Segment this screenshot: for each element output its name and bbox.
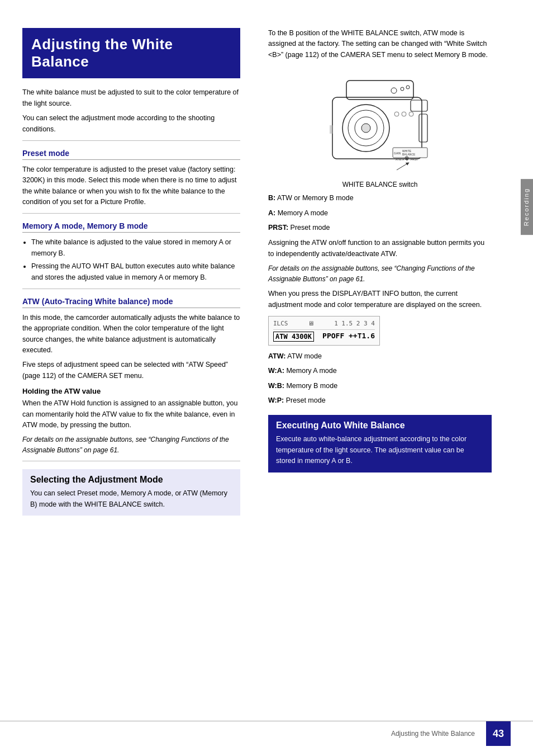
executing-heading: Executing Auto White Balance bbox=[276, 420, 484, 431]
page: Adjusting the White Balance The white ba… bbox=[0, 0, 533, 756]
svg-point-9 bbox=[406, 86, 410, 89]
display-row1-left: ILCS bbox=[273, 320, 288, 327]
right-intro: To the B position of the WHITE BALANCE s… bbox=[268, 28, 492, 60]
camera-label: WHITE BALANCE switch bbox=[342, 181, 418, 188]
switch-label-b: B: ATW or Memory B mode bbox=[268, 193, 492, 204]
svg-point-8 bbox=[401, 87, 404, 91]
svg-point-4 bbox=[361, 124, 370, 133]
switch-label-a: A: Memory A mode bbox=[268, 208, 492, 219]
svg-point-7 bbox=[391, 88, 397, 93]
svg-point-23 bbox=[409, 112, 413, 116]
atw-display-left: ATW 4300K bbox=[273, 332, 314, 342]
svg-point-21 bbox=[394, 112, 399, 116]
left-column: Adjusting the White Balance The white ba… bbox=[0, 17, 257, 739]
svg-point-22 bbox=[402, 112, 406, 116]
selecting-heading: Selecting the Adjustment Mode bbox=[30, 475, 232, 485]
preset-mode-heading: Preset mode bbox=[22, 149, 240, 160]
footer-title: Adjusting the White Balance bbox=[391, 730, 475, 738]
svg-point-20 bbox=[406, 158, 408, 159]
camera-svg: GAIN WHITE BALANCE ATW A B PRST bbox=[316, 69, 444, 178]
executing-box: Executing Auto White Balance Execute aut… bbox=[268, 415, 492, 472]
atw-assign-italic: For details on the assignable buttons, s… bbox=[268, 263, 492, 284]
display-box: ILCS 🖥 1 1.5 2 3 4 ATW 4300K PPOFF ++T1.… bbox=[268, 316, 380, 346]
display-row2: ATW 4300K PPOFF ++T1.6 bbox=[273, 329, 375, 342]
executing-body: Execute auto white-balance adjustment ac… bbox=[276, 434, 484, 466]
preset-mode-body: The color temperature is adjusted to the… bbox=[22, 164, 240, 208]
mode-wp: W:P: Preset mode bbox=[268, 395, 492, 406]
title-box: Adjusting the White Balance bbox=[22, 28, 240, 78]
atw-sub-body: When the ATW Hold function is assigned t… bbox=[22, 398, 240, 431]
atw-assign-p: Assigning the ATW on/off function to an … bbox=[268, 238, 492, 259]
page-number: 43 bbox=[486, 721, 511, 746]
memory-mode-bullet1: The white balance is adjusted to the val… bbox=[31, 237, 240, 259]
divider-4 bbox=[22, 461, 240, 461]
atw-subheading: Holding the ATW value bbox=[22, 387, 240, 395]
svg-text:ATW: ATW bbox=[396, 158, 402, 161]
svg-rect-10 bbox=[419, 114, 427, 142]
atw-mode-body1: In this mode, the camcorder automaticall… bbox=[22, 313, 240, 356]
right-column: To the B position of the WHITE BALANCE s… bbox=[257, 17, 514, 739]
divider-2 bbox=[22, 213, 240, 214]
divider-1 bbox=[22, 140, 240, 141]
memory-mode-bullet2: Pressing the AUTO WHT BAL button execute… bbox=[31, 261, 240, 283]
recording-tab: Recording bbox=[521, 179, 533, 235]
memory-mode-heading: Memory A mode, Memory B mode bbox=[22, 221, 240, 233]
display-row1: ILCS 🖥 1 1.5 2 3 4 bbox=[273, 320, 375, 327]
svg-text:GAIN: GAIN bbox=[394, 152, 401, 155]
mode-wa: W:A: Memory A mode bbox=[268, 366, 492, 376]
svg-text:PRST: PRST bbox=[411, 158, 418, 161]
atw-display-right: PPOFF ++T1.6 bbox=[322, 332, 375, 342]
camera-diagram: GAIN WHITE BALANCE ATW A B PRST bbox=[268, 69, 492, 188]
intro-p2: You can select the adjustment mode accor… bbox=[22, 113, 240, 135]
svg-line-27 bbox=[397, 163, 408, 170]
svg-rect-6 bbox=[411, 100, 427, 111]
page-title: Adjusting the White Balance bbox=[31, 36, 231, 70]
intro-p1: The white balance must be adjusted to su… bbox=[22, 87, 240, 109]
svg-text:A: A bbox=[402, 158, 404, 161]
display-info-p: When you press the DISPLAY/BATT INFO but… bbox=[268, 289, 492, 310]
selecting-body: You can select Preset mode, Memory A mod… bbox=[30, 488, 232, 510]
mode-wb: W:B: Memory B mode bbox=[268, 381, 492, 391]
switch-label-prst: PRST: Preset mode bbox=[268, 223, 492, 233]
mode-atw: ATW: ATW mode bbox=[268, 351, 492, 362]
display-icon: 🖥 bbox=[308, 320, 314, 327]
atw-italic: For details on the assignable buttons, s… bbox=[22, 434, 240, 455]
selecting-box: Selecting the Adjustment Mode You can se… bbox=[22, 469, 240, 516]
svg-text:BALANCE: BALANCE bbox=[402, 153, 416, 156]
atw-mode-heading: ATW (Auto-Tracing White balance) mode bbox=[22, 297, 240, 308]
display-row1-right: 1 1.5 2 3 4 bbox=[334, 320, 375, 327]
page-footer: Adjusting the White Balance 43 bbox=[0, 721, 533, 746]
memory-mode-list: The white balance is adjusted to the val… bbox=[31, 237, 240, 283]
atw-mode-body2: Five steps of adjustment speed can be se… bbox=[22, 360, 240, 381]
divider-3 bbox=[22, 289, 240, 289]
